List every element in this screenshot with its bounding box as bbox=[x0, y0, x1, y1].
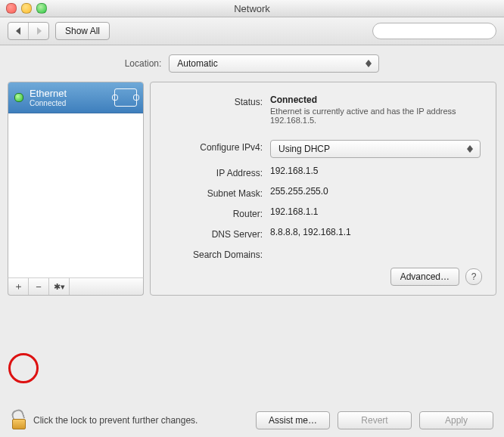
service-name: Ethernet bbox=[30, 88, 114, 99]
service-actions-button[interactable]: ✱▾ bbox=[49, 278, 70, 295]
subnet-mask-label: Subnet Mask: bbox=[164, 186, 270, 199]
help-icon: ? bbox=[471, 271, 477, 282]
status-description: Ethernet is currently active and has the… bbox=[270, 107, 467, 125]
location-value: Automatic bbox=[177, 58, 217, 69]
revert-button[interactable]: Revert bbox=[338, 411, 412, 429]
chevron-updown-icon bbox=[465, 145, 475, 153]
titlebar: Network bbox=[0, 0, 504, 17]
search-input[interactable] bbox=[381, 25, 497, 37]
service-status: Connected bbox=[30, 99, 114, 107]
network-prefs-window: Network Show All Location: Automatic bbox=[0, 0, 504, 437]
apply-button[interactable]: Apply bbox=[419, 411, 493, 429]
status-value: Connected bbox=[270, 95, 482, 105]
remove-service-button[interactable]: − bbox=[29, 278, 49, 295]
services-sidebar: Ethernet Connected ＋ − ✱▾ bbox=[8, 82, 144, 296]
router-value: 192.168.1.1 bbox=[270, 206, 482, 219]
status-label: Status: bbox=[164, 95, 270, 125]
minus-icon: − bbox=[36, 281, 42, 293]
dns-server-label: DNS Server: bbox=[164, 227, 270, 240]
chevron-updown-icon bbox=[363, 60, 374, 67]
add-service-button[interactable]: ＋ bbox=[8, 278, 29, 295]
status-dot-green-icon bbox=[14, 93, 23, 102]
content-body: Ethernet Connected ＋ − ✱▾ bbox=[0, 82, 504, 296]
services-list[interactable]: Ethernet Connected bbox=[8, 82, 144, 278]
ip-address-value: 192.168.1.5 bbox=[270, 166, 482, 178]
search-field[interactable] bbox=[372, 23, 496, 39]
lock-caption: Click the lock to prevent further change… bbox=[33, 415, 198, 426]
window-title: Network bbox=[0, 3, 504, 14]
ip-address-label: IP Address: bbox=[164, 166, 270, 178]
details-panel: Status: Connected Ethernet is currently … bbox=[150, 82, 496, 296]
annotation-red-circle bbox=[8, 353, 39, 383]
service-row-ethernet[interactable]: Ethernet Connected bbox=[8, 82, 143, 113]
toolbar: Show All bbox=[0, 17, 504, 45]
dns-server-value: 8.8.8.8, 192.168.1.1 bbox=[270, 227, 482, 240]
plus-icon: ＋ bbox=[14, 280, 23, 293]
configure-ipv4-label: Configure IPv4: bbox=[164, 140, 270, 158]
assist-me-button[interactable]: Assist me… bbox=[256, 411, 330, 429]
configure-ipv4-popup[interactable]: Using DHCP bbox=[270, 140, 481, 158]
services-list-footer: ＋ − ✱▾ bbox=[8, 277, 144, 296]
forward-button[interactable] bbox=[29, 23, 48, 39]
configure-ipv4-value: Using DHCP bbox=[278, 144, 330, 154]
gear-icon: ✱▾ bbox=[54, 282, 65, 292]
help-button[interactable]: ? bbox=[465, 268, 482, 285]
subnet-mask-value: 255.255.255.0 bbox=[270, 186, 482, 199]
ethernet-icon bbox=[114, 88, 137, 107]
router-label: Router: bbox=[164, 206, 270, 219]
lock-button[interactable] bbox=[11, 411, 26, 429]
location-popup[interactable]: Automatic bbox=[169, 54, 379, 73]
nav-back-forward bbox=[8, 22, 49, 40]
advanced-button[interactable]: Advanced… bbox=[390, 268, 459, 286]
location-label: Location: bbox=[125, 58, 162, 69]
show-all-button[interactable]: Show All bbox=[55, 22, 110, 40]
back-button[interactable] bbox=[8, 23, 29, 39]
search-domains-value bbox=[270, 247, 482, 260]
bottom-bar: Click the lock to prevent further change… bbox=[0, 404, 504, 437]
search-domains-label: Search Domains: bbox=[164, 247, 270, 260]
location-row: Location: Automatic bbox=[0, 45, 504, 82]
